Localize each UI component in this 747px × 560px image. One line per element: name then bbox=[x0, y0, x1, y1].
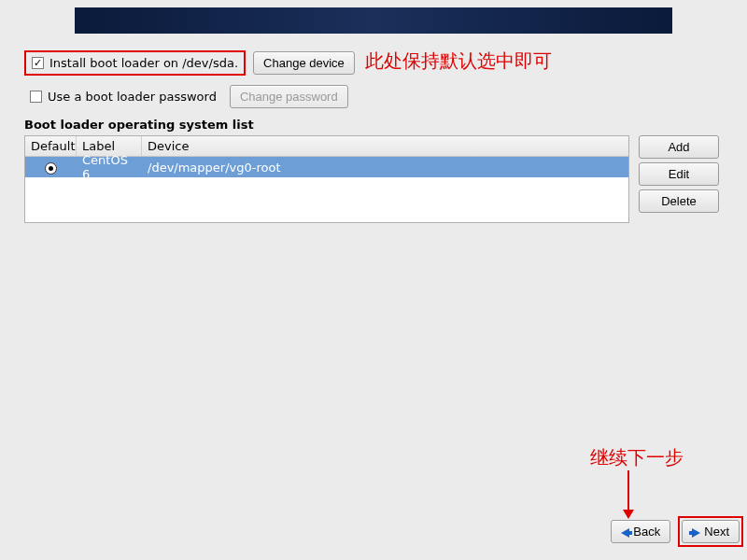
back-button-label: Back bbox=[633, 525, 660, 539]
add-button[interactable]: Add bbox=[639, 135, 719, 159]
col-header-default[interactable]: Default bbox=[25, 136, 77, 156]
install-bootloader-checkbox[interactable] bbox=[32, 57, 44, 69]
install-bootloader-row: Install boot loader on /dev/sda. Change … bbox=[24, 50, 743, 76]
annotation-keep-default: 此处保持默认选中即可 bbox=[365, 49, 552, 74]
os-row-label: CentOS 6 bbox=[77, 153, 142, 181]
os-list-table[interactable]: Default Label Device CentOS 6 /dev/mappe… bbox=[24, 135, 629, 223]
annotation-arrow-icon bbox=[627, 470, 629, 517]
header-banner bbox=[75, 7, 672, 34]
bootloader-password-label: Use a boot loader password bbox=[48, 90, 217, 104]
arrow-right-icon bbox=[692, 528, 700, 538]
install-bootloader-option[interactable]: Install boot loader on /dev/sda. bbox=[24, 50, 246, 76]
os-list-title: Boot loader operating system list bbox=[24, 118, 743, 132]
bootloader-password-option[interactable]: Use a boot loader password bbox=[24, 86, 222, 107]
col-header-device[interactable]: Device bbox=[142, 136, 628, 156]
os-default-radio[interactable] bbox=[45, 162, 57, 175]
back-button[interactable]: Back bbox=[611, 520, 670, 543]
install-bootloader-label: Install boot loader on /dev/sda. bbox=[49, 56, 238, 70]
arrow-left-icon bbox=[621, 528, 629, 538]
delete-button[interactable]: Delete bbox=[639, 189, 719, 213]
annotation-continue-next: 继续下一步 bbox=[590, 445, 684, 470]
table-row[interactable]: CentOS 6 /dev/mapper/vg0-root bbox=[25, 157, 628, 177]
os-row-device: /dev/mapper/vg0-root bbox=[142, 161, 628, 175]
change-device-button[interactable]: Change device bbox=[253, 51, 355, 75]
next-button[interactable]: Next bbox=[682, 520, 740, 543]
edit-button[interactable]: Edit bbox=[639, 162, 719, 186]
bootloader-password-row: Use a boot loader password Change passwo… bbox=[24, 85, 743, 108]
next-button-highlight: Next bbox=[678, 516, 743, 547]
bootloader-password-checkbox[interactable] bbox=[30, 91, 42, 103]
change-password-button: Change password bbox=[230, 85, 348, 108]
next-button-label: Next bbox=[704, 525, 729, 539]
